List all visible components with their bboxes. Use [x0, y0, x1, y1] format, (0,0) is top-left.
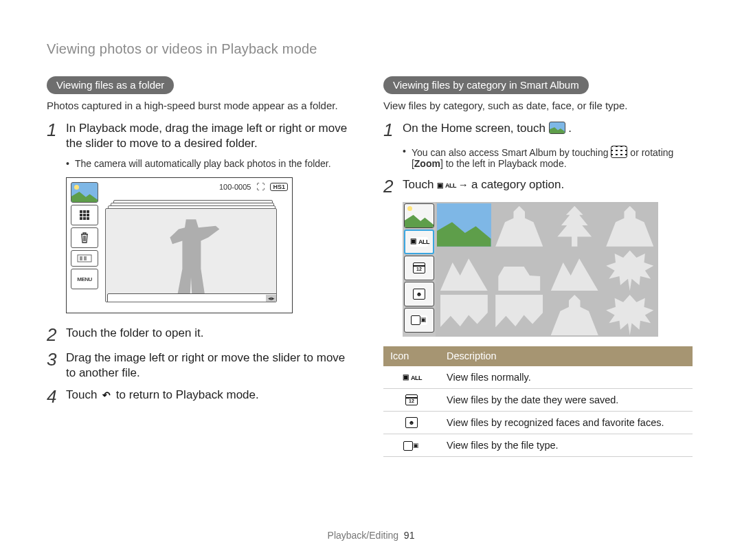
grid-cell [603, 292, 657, 335]
page-header: Viewing photos or videos in Playback mod… [47, 41, 695, 57]
figure-left-icons: MENU [71, 182, 98, 289]
step1-pre: On the Home screen, touch [403, 122, 549, 135]
cell-icon: ALL [383, 366, 440, 389]
section-title-left: Viewing files as a folder [47, 76, 174, 94]
step4-pre: Touch [66, 388, 100, 401]
step-number: 4 [47, 388, 59, 405]
col-header-icon: Icon [383, 346, 440, 366]
s2-pre: Touch [403, 178, 437, 191]
calendar-icon [413, 262, 425, 273]
step-text: Touch ALL → a category option. [403, 177, 564, 195]
grid-cell [437, 292, 491, 335]
filetype-icon [411, 315, 427, 325]
grid-icon [611, 146, 627, 158]
step-number: 1 [383, 121, 396, 139]
thumbnail-photo-icon [71, 182, 98, 203]
svg-rect-2 [87, 210, 89, 213]
figure-folder-view: MENU 100-0005 ⛶ HS1 ◂▸ [66, 177, 293, 313]
trash-icon [71, 227, 98, 248]
grid-cell [548, 203, 602, 247]
page-footer: Playback/Editing 91 [0, 530, 742, 541]
grid-icon [71, 205, 98, 225]
cell-icon [383, 412, 440, 434]
figure-top-status: 100-0005 ⛶ HS1 [219, 182, 288, 192]
sidebar-all-icon: ALL [404, 229, 434, 254]
step-2-right: 2 Touch ALL → a category option. [383, 177, 693, 195]
step-text: On the Home screen, touch . [403, 121, 572, 139]
step-text: Drag the image left or right or move the… [66, 350, 356, 381]
grid-cell [493, 248, 547, 291]
table-row: View files by the file type. [383, 434, 693, 457]
step-number: 3 [47, 350, 59, 381]
table-header-row: Icon Description [383, 346, 693, 366]
photo-stack: ◂▸ [104, 193, 279, 302]
b1-pre: You can also access Smart Album by touch… [412, 147, 611, 158]
stack-front: ◂▸ [105, 208, 277, 302]
expand-icon: ⛶ [256, 182, 265, 192]
intro-left: Photos captured in a high-speed burst mo… [47, 100, 356, 111]
right-column: Viewing files by category in Smart Album… [383, 76, 693, 457]
footer-section: Playback/Editing [328, 530, 399, 541]
section-title-right: Viewing files by category in Smart Album [383, 76, 589, 94]
svg-rect-7 [83, 217, 86, 220]
intro-right: View files by category, such as date, fa… [383, 100, 693, 111]
all-icon: ALL [403, 373, 420, 383]
col-header-desc: Description [440, 346, 693, 366]
step-4: 4 Touch to return to Playback mode. [47, 388, 356, 405]
bullet-text: The camera will automatically play back … [75, 158, 331, 169]
bullet-dot: • [66, 158, 69, 169]
return-icon [100, 390, 113, 401]
grid-cell [437, 248, 491, 291]
svg-rect-8 [87, 217, 89, 220]
scrollbar: ◂▸ [107, 293, 277, 302]
manual-page: Viewing photos or videos in Playback mod… [0, 0, 742, 560]
scrollbar-grip: ◂▸ [266, 295, 277, 302]
grid-cell [603, 248, 657, 291]
svg-rect-11 [84, 256, 87, 260]
cell-desc: View files by recognized faces and favor… [440, 412, 693, 434]
step-3: 3 Drag the image left or right or move t… [47, 350, 356, 381]
table-row: View files by recognized faces and favor… [383, 412, 693, 434]
sidebar-date-icon [404, 256, 434, 280]
cell-desc: View files by the file type. [440, 434, 693, 457]
grid-cell [548, 292, 602, 335]
grid-cell [603, 203, 657, 247]
grid-cell [493, 203, 547, 247]
zoom-key: Zoom [414, 158, 440, 169]
s2-post: a category option. [471, 178, 564, 191]
svg-rect-10 [80, 256, 82, 260]
album-sidebar: ALL [403, 202, 436, 337]
sidebar-filetype-icon [404, 308, 434, 333]
svg-rect-5 [87, 214, 89, 216]
step4-post: to return to Playback mode. [116, 388, 259, 401]
svg-rect-6 [80, 217, 82, 220]
step-1-right: 1 On the Home screen, touch . [383, 121, 693, 139]
sidebar-face-icon [404, 282, 434, 306]
cell-icon [383, 389, 440, 412]
step-text: Touch the folder to open it. [66, 326, 203, 344]
step1-sub-bullet: • You can also access Smart Album by tou… [403, 146, 693, 169]
svg-rect-4 [83, 214, 86, 216]
step-2: 2 Touch the folder to open it. [47, 326, 356, 344]
arrow-right-icon: → [458, 179, 471, 190]
table-row: View files by the date they were saved. [383, 389, 693, 412]
grid-cell [548, 248, 602, 291]
calendar-icon [405, 394, 418, 405]
album-grid [436, 202, 658, 337]
step-sub-bullet: • The camera will automatically play bac… [66, 158, 356, 169]
menu-button: MENU [71, 269, 98, 289]
b1-post: ] to the left in Playback mode. [440, 158, 567, 169]
page-number: 91 [404, 530, 415, 541]
face-icon [405, 417, 418, 428]
bullet-text: You can also access Smart Album by touch… [412, 146, 693, 169]
step-text: Touch to return to Playback mode. [66, 388, 259, 405]
svg-rect-0 [80, 210, 82, 213]
file-number: 100-0005 [219, 183, 251, 191]
person-silhouette [160, 219, 222, 302]
svg-rect-3 [80, 214, 82, 216]
step1-post: . [565, 122, 572, 135]
hs-badge: HS1 [270, 183, 288, 191]
step-1: 1 In Playback mode, drag the image left … [47, 121, 356, 151]
figure-smart-album: ALL [403, 202, 658, 337]
icon-description-table: Icon Description ALL View files normally… [383, 346, 693, 457]
